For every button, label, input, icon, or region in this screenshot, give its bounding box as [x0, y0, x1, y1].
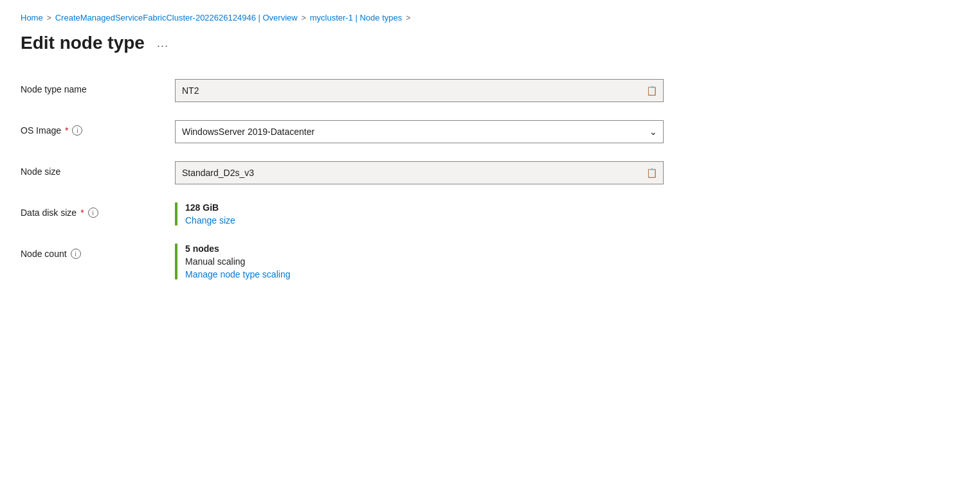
os-image-select[interactable]: WindowsServer 2019-Datacenter WindowsSer…: [175, 120, 664, 143]
node-type-name-input[interactable]: [175, 79, 664, 102]
breadcrumb: Home > CreateManagedServiceFabricCluster…: [21, 13, 959, 22]
node-type-name-control: 📋: [175, 79, 664, 102]
node-type-name-input-wrapper: 📋: [175, 79, 664, 102]
os-image-label-col: OS Image * i: [21, 120, 162, 136]
node-count-label-col: Node count i: [21, 243, 162, 259]
os-image-info-icon[interactable]: i: [72, 125, 82, 136]
node-count-control: 5 nodes Manual scaling Manage node type …: [175, 243, 664, 279]
breadcrumb-home[interactable]: Home: [21, 13, 43, 22]
data-disk-size-label-col: Data disk size * i: [21, 202, 162, 218]
os-image-control: WindowsServer 2019-Datacenter WindowsSer…: [175, 120, 664, 143]
node-count-value: 5 nodes: [185, 243, 290, 254]
node-count-label: Node count: [21, 249, 67, 259]
node-count-green-bar: [175, 243, 177, 279]
node-type-name-label: Node type name: [21, 84, 87, 94]
os-image-select-wrapper: WindowsServer 2019-Datacenter WindowsSer…: [175, 120, 664, 143]
node-count-info-icon[interactable]: i: [71, 249, 81, 259]
copy-icon: 📋: [646, 85, 657, 96]
ellipsis-button[interactable]: ...: [152, 33, 173, 53]
node-size-input-wrapper: 📋: [175, 161, 664, 184]
page-title: Edit node type: [21, 33, 145, 53]
node-count-info-content: 5 nodes Manual scaling Manage node type …: [185, 243, 290, 279]
node-size-label-col: Node size: [21, 161, 162, 177]
node-type-name-label-col: Node type name: [21, 79, 162, 94]
os-image-row: OS Image * i WindowsServer 2019-Datacent…: [21, 120, 664, 143]
node-type-name-row: Node type name 📋: [21, 79, 664, 102]
node-type-name-copy-button[interactable]: 📋: [645, 84, 658, 97]
breadcrumb-cluster-overview[interactable]: CreateManagedServiceFabricCluster-202262…: [55, 13, 298, 22]
edit-node-type-form: Node type name 📋 OS Image * i WindowsSer…: [21, 79, 664, 279]
breadcrumb-sep-2: >: [302, 13, 306, 22]
os-image-label: OS Image: [21, 125, 61, 136]
os-image-required-star: *: [65, 125, 68, 136]
node-size-input[interactable]: [175, 161, 664, 184]
data-disk-size-value: 128 GiB: [185, 202, 235, 213]
node-size-copy-button[interactable]: 📋: [645, 166, 658, 179]
data-disk-size-green-bar: [175, 202, 177, 226]
node-count-scaling-label: Manual scaling: [185, 256, 290, 267]
change-size-link[interactable]: Change size: [185, 215, 235, 226]
breadcrumb-sep-1: >: [47, 13, 51, 22]
node-size-row: Node size 📋: [21, 161, 664, 184]
node-size-control: 📋: [175, 161, 664, 184]
data-disk-size-info-content: 128 GiB Change size: [185, 202, 235, 226]
data-disk-size-label: Data disk size: [21, 208, 77, 218]
manage-node-type-scaling-link[interactable]: Manage node type scaling: [185, 269, 290, 279]
node-size-label: Node size: [21, 166, 60, 177]
copy-icon-2: 📋: [646, 168, 657, 178]
breadcrumb-sep-3: >: [406, 13, 410, 22]
data-disk-size-row: Data disk size * i 128 GiB Change size: [21, 202, 664, 226]
data-disk-size-control: 128 GiB Change size: [175, 202, 664, 226]
data-disk-size-info-block: 128 GiB Change size: [175, 202, 664, 226]
data-disk-size-required-star: *: [80, 208, 84, 218]
breadcrumb-node-types[interactable]: mycluster-1 | Node types: [310, 13, 403, 22]
data-disk-size-info-icon[interactable]: i: [88, 208, 98, 218]
node-count-row: Node count i 5 nodes Manual scaling Mana…: [21, 243, 664, 279]
page-title-row: Edit node type ...: [21, 33, 959, 53]
node-count-info-block: 5 nodes Manual scaling Manage node type …: [175, 243, 664, 279]
